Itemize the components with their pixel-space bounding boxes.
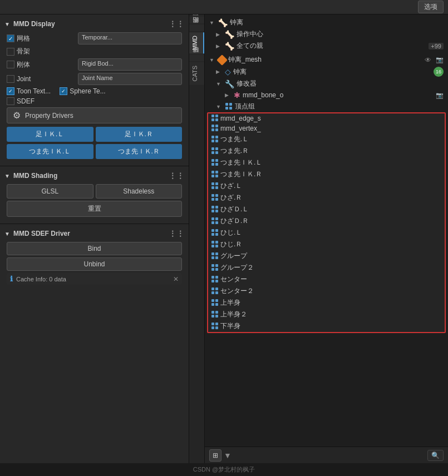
vg-item-tsumesaki-ik-r[interactable]: つま先ＩＫ.Ｒ: [208, 168, 445, 180]
mmd-sdef-header[interactable]: ▼ MMD SDEF Driver ⋮⋮: [0, 227, 189, 240]
mmd-shading-header[interactable]: ▼ MMD Shading ⋮⋮: [0, 170, 189, 182]
svg-rect-71: [215, 303, 218, 306]
svg-rect-58: [211, 268, 214, 271]
row-joint: Joint Joint Name: [7, 73, 182, 85]
svg-rect-50: [211, 245, 214, 247]
vg-label-9: ひざＤ.Ｌ: [220, 205, 249, 214]
vg-item-group[interactable]: グループ: [208, 250, 445, 262]
svg-rect-48: [211, 241, 214, 244]
bell-child-badge: 16: [434, 67, 444, 77]
divider-2: [0, 224, 189, 224]
bell-expand-arrow: ▼: [209, 20, 216, 26]
vg-item-hiza-r[interactable]: ひざ.Ｒ: [208, 192, 445, 204]
vg-icon-6: [211, 171, 218, 178]
rigid-checkbox-item: 刚体: [7, 60, 73, 70]
bell-mesh-expand-arrow: ▼: [209, 57, 216, 63]
modifiers-icon: 🔧: [225, 80, 234, 88]
svg-rect-27: [215, 175, 218, 177]
vg-item-hizad-r[interactable]: ひざＤ.Ｒ: [208, 215, 445, 227]
vg-item-hizad-l[interactable]: ひざＤ.Ｌ: [208, 204, 445, 215]
svg-rect-16: [211, 147, 214, 150]
tab-thumbnail[interactable]: 略图: [189, 24, 204, 31]
joint-checkbox[interactable]: [7, 75, 14, 83]
vg-item-center[interactable]: センター: [208, 274, 445, 285]
rigid-checkbox[interactable]: [7, 61, 14, 68]
vg-item-upper-body2[interactable]: 上半身２: [208, 309, 445, 320]
svg-rect-40: [211, 217, 214, 220]
vg-item-mmd-edge[interactable]: mmd_edge_s: [208, 113, 445, 123]
right-side: 画板 略图 MMD 猫咪 CATS ▼ 🦴 钟离 ▶ 🦴 操作中心: [189, 14, 448, 463]
vg-item-tsumesaki-l[interactable]: つま先.Ｌ: [208, 133, 445, 145]
dropdown-arrow[interactable]: ▼: [224, 451, 232, 460]
mmd-bone-icon: ✱: [234, 91, 240, 100]
toon-text-checkbox[interactable]: [7, 87, 14, 95]
vg-item-group2[interactable]: グループ２: [208, 262, 445, 274]
svg-rect-72: [211, 311, 214, 314]
tree-item-all-parents[interactable]: ▶ 🦴 全ての親 +99: [205, 40, 448, 52]
foot-ik-r-button[interactable]: 足ＩＫ.Ｒ: [96, 127, 183, 142]
shading-menu-dots[interactable]: ⋮⋮: [169, 171, 184, 180]
vg-item-hiza-l[interactable]: ひざ.Ｌ: [208, 180, 445, 192]
tree-item-bell[interactable]: ▼ 🦴 钟离: [205, 17, 448, 28]
tree-item-bell-mesh[interactable]: ▼ 钟离_mesh 👁 📷: [205, 54, 448, 66]
grid-checkbox[interactable]: [7, 34, 14, 42]
left-panel: ▼ MMD Display ⋮⋮ 网格 Temporar...: [0, 14, 189, 463]
tab-mmd[interactable]: MMD: [189, 32, 204, 53]
tree-item-modifiers[interactable]: ▼ 🔧 修改器: [205, 78, 448, 90]
search-area[interactable]: 🔍: [427, 450, 444, 461]
vg-item-center2[interactable]: センター２: [208, 285, 445, 297]
joint-name-field[interactable]: Joint Name: [78, 73, 182, 85]
vg-item-tsumesaki-r[interactable]: つま先.Ｒ: [208, 145, 445, 157]
tab-neko[interactable]: 猫咪: [189, 54, 204, 61]
vertical-tabs: 画板 略图 MMD 猫咪 CATS: [189, 14, 205, 463]
toe-ik-l-button[interactable]: つま先ＩＫ.Ｌ: [7, 144, 93, 159]
vg-item-tsumesaki-ik-l[interactable]: つま先ＩＫ.Ｌ: [208, 157, 445, 168]
tab-draw[interactable]: 画板: [189, 17, 204, 23]
sphere-text-checkbox[interactable]: [60, 87, 67, 95]
svg-rect-31: [215, 186, 218, 189]
vg-item-lower-body[interactable]: 下半身: [208, 320, 445, 332]
options-button[interactable]: 选项: [418, 1, 444, 13]
sdef-menu-dots[interactable]: ⋮⋮: [169, 229, 184, 238]
svg-rect-24: [211, 171, 214, 173]
vg-icon-2: [211, 125, 218, 132]
unbind-button[interactable]: Unbind: [7, 257, 182, 271]
svg-rect-0: [225, 103, 228, 106]
tree-item-bell-child[interactable]: ▶ ◇ 钟离 16: [205, 66, 448, 78]
vg-item-hiji-l[interactable]: ひじ.Ｌ: [208, 227, 445, 239]
cache-close-button[interactable]: ✕: [173, 275, 179, 283]
svg-rect-15: [215, 140, 218, 142]
temporary-field[interactable]: Temporar...: [78, 32, 182, 44]
filter-icon[interactable]: ⊞: [209, 449, 221, 462]
vg-label-3: つま先.Ｌ: [220, 135, 249, 144]
svg-rect-11: [215, 128, 218, 131]
svg-rect-8: [211, 125, 214, 127]
svg-rect-55: [215, 256, 218, 259]
vg-item-hiji-r[interactable]: ひじ.Ｒ: [208, 239, 445, 250]
tab-cats[interactable]: CATS: [189, 62, 204, 85]
vg-icon-17: [211, 299, 218, 307]
tree-item-operations[interactable]: ▶ 🦴 操作中心: [205, 28, 448, 40]
bind-button[interactable]: Bind: [7, 242, 182, 255]
joint-checkbox-item: Joint: [7, 75, 73, 83]
shadeless-button[interactable]: Shadeless: [96, 184, 183, 199]
svg-rect-10: [211, 128, 214, 131]
reset-button[interactable]: 重置: [7, 201, 182, 217]
mmd-display-header[interactable]: ▼ MMD Display ⋮⋮: [0, 18, 189, 30]
tree-item-mmd-bone[interactable]: ▶ ✱ mmd_bone_o 📷: [205, 90, 448, 101]
section-menu-dots[interactable]: ⋮⋮: [169, 19, 184, 28]
tree-item-vertex-group[interactable]: ▼ 顶点组: [205, 101, 448, 112]
toe-ik-r-button[interactable]: つま先ＩＫ.Ｒ: [96, 144, 183, 159]
svg-rect-53: [215, 252, 218, 255]
rigid-body-field[interactable]: Rigid Bod...: [78, 58, 182, 71]
foot-ik-l-button[interactable]: 足ＩＫ.Ｌ: [7, 127, 93, 142]
sdef-checkbox[interactable]: [7, 97, 14, 105]
bell-icon: 🦴: [218, 18, 228, 27]
glsl-button[interactable]: GLSL: [7, 184, 93, 199]
vg-item-mmd-vertex[interactable]: mmd_vertex_: [208, 123, 445, 133]
mmd-sdef-title: MMD SDEF Driver: [13, 230, 70, 237]
property-drivers-button[interactable]: ⚙ Property Drivers: [7, 107, 182, 123]
vg-item-upper-body[interactable]: 上半身: [208, 297, 445, 309]
vg-label-8: ひざ.Ｒ: [220, 193, 242, 202]
skeleton-checkbox[interactable]: [7, 48, 14, 56]
